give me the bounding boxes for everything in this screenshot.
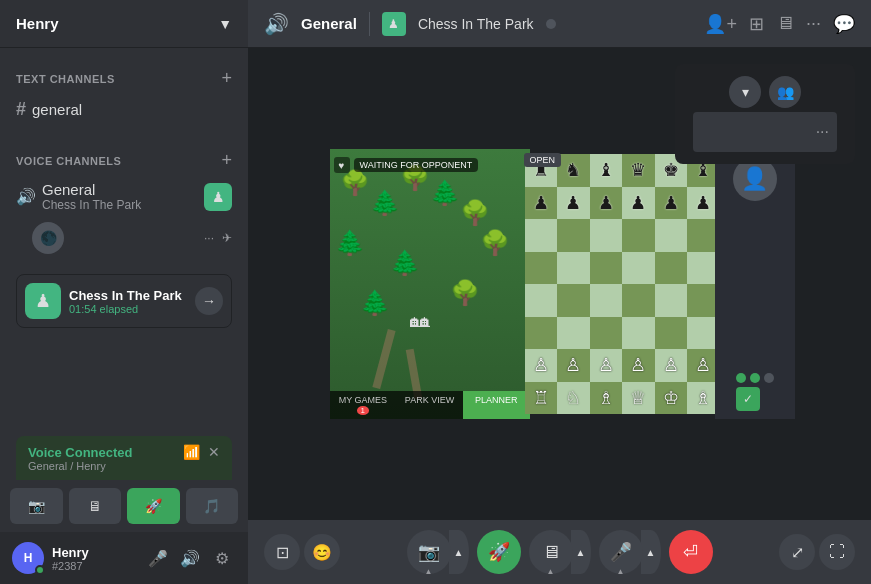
chess-cell-2-2[interactable] [590, 219, 623, 252]
chess-cell-5-2[interactable] [590, 317, 623, 350]
chess-cell-6-1[interactable]: ♙ [557, 349, 590, 382]
chess-cell-3-4[interactable] [655, 252, 688, 285]
mic-side-button[interactable]: ▲ [641, 530, 661, 574]
game-park-view: 🌳 🌲 🌳 🌲 🌲 🌳 🌲 🌳 🌲 🌳 🏘 [330, 149, 530, 419]
chess-cell-1-1[interactable]: ♟ [557, 187, 590, 220]
chess-cell-0-1[interactable]: ♞ [557, 154, 590, 187]
open-label[interactable]: OPEN [524, 153, 562, 167]
fullscreen-button[interactable]: ⛶ [819, 534, 855, 570]
chess-cell-1-4[interactable]: ♟ [655, 187, 688, 220]
emoji-button[interactable]: 😊 [304, 534, 340, 570]
voice-channel-general[interactable]: 🔊 General Chess In The Park ♟ [8, 176, 240, 217]
invite-icon[interactable]: ✈ [222, 231, 232, 245]
green-dot-2 [750, 373, 760, 383]
add-text-channel-icon[interactable]: + [221, 68, 232, 89]
topbar-speaker-icon: 🔊 [264, 12, 289, 36]
tree-5: 🌲 [335, 229, 365, 257]
add-friend-icon[interactable]: 👤+ [704, 13, 737, 35]
screen-share-left-button[interactable]: ⊡ [264, 534, 300, 570]
chess-cell-3-3[interactable] [622, 252, 655, 285]
chess-cell-6-0[interactable]: ♙ [525, 349, 558, 382]
chess-cell-3-0[interactable] [525, 252, 558, 285]
chess-cell-6-2[interactable]: ♙ [590, 349, 623, 382]
members-icon-button[interactable]: 👥 [769, 76, 801, 108]
text-channels-header[interactable]: TEXT CHANNELS + [8, 64, 240, 93]
add-voice-channel-icon[interactable]: + [221, 150, 232, 171]
camera-button[interactable]: 📷 ▲ [407, 530, 451, 574]
chess-cell-7-1[interactable]: ♘ [557, 382, 590, 415]
heart-icon: ♥ [334, 157, 350, 173]
server-header[interactable]: Henry ▼ [0, 0, 248, 48]
chess-cell-5-1[interactable] [557, 317, 590, 350]
chess-cell-0-2[interactable]: ♝ [590, 154, 623, 187]
chess-cell-1-2[interactable]: ♟ [590, 187, 623, 220]
chess-cell-7-3[interactable]: ♕ [622, 382, 655, 415]
chess-cell-5-0[interactable] [525, 317, 558, 350]
mute-headset-button[interactable]: 🔊 [176, 544, 204, 572]
chess-cell-6-3[interactable]: ♙ [622, 349, 655, 382]
mute-mic-button[interactable]: 🎤 [144, 544, 172, 572]
chess-cell-7-4[interactable]: ♔ [655, 382, 688, 415]
chess-cell-4-4[interactable] [655, 284, 688, 317]
mic-button[interactable]: 🎤 ▲ [599, 530, 643, 574]
chess-cell-3-1[interactable] [557, 252, 590, 285]
chess-cell-5-3[interactable] [622, 317, 655, 350]
park-view-tab[interactable]: PARK VIEW [396, 391, 463, 419]
chess-cell-6-4[interactable]: ♙ [655, 349, 688, 382]
chess-cell-5-4[interactable] [655, 317, 688, 350]
chess-cell-4-1[interactable] [557, 284, 590, 317]
screen-activity-button[interactable]: 🖥 [69, 488, 122, 524]
park-visual: 🌳 🌲 🌳 🌲 🌲 🌳 🌲 🌳 🌲 🌳 🏘 [330, 149, 530, 419]
end-call-button[interactable]: ⏎ [669, 530, 713, 574]
my-games-tab[interactable]: MY GAMES 1 [330, 391, 397, 419]
topbar-channel-name: General [301, 15, 357, 32]
tree-9: 🌲 [360, 289, 390, 317]
more-options-icon[interactable]: ··· [806, 13, 821, 34]
activity-rocket-button[interactable]: 🚀 [477, 530, 521, 574]
tree-4: 🌲 [430, 179, 460, 207]
chess-cell-7-2[interactable]: ♗ [590, 382, 623, 415]
activity-elapsed: 01:54 elapsed [69, 303, 187, 315]
collapse-video-button[interactable]: ▾ [729, 76, 761, 108]
hash-icon: # [16, 99, 26, 120]
chess-cell-1-0[interactable]: ♟ [525, 187, 558, 220]
topbar-game-name: Chess In The Park [418, 16, 534, 32]
chess-cell-2-4[interactable] [655, 219, 688, 252]
voice-channels-header[interactable]: VOICE CHANNELS + [8, 146, 240, 175]
more-icon[interactable]: ··· [204, 231, 214, 245]
screenshare-side-button[interactable]: ▲ [571, 530, 591, 574]
chess-cell-4-0[interactable] [525, 284, 558, 317]
more-dots-btn[interactable]: ··· [816, 123, 829, 141]
tree-10: 🌳 [450, 279, 480, 307]
chess-cell-1-3[interactable]: ♟ [622, 187, 655, 220]
user-bar: H Henry #2387 🎤 🔊 ⚙ [0, 532, 248, 584]
chess-cell-3-2[interactable] [590, 252, 623, 285]
chess-cell-2-0[interactable] [525, 219, 558, 252]
voice-disconnect-icon[interactable]: ✕ [208, 444, 220, 460]
tree-7: 🌲 [390, 249, 420, 277]
green-dot-1 [736, 373, 746, 383]
rocket-activity-button[interactable]: 🚀 [127, 488, 180, 524]
chess-cell-2-3[interactable] [622, 219, 655, 252]
activity-join-button[interactable]: → [195, 287, 223, 315]
inbox-icon[interactable]: 💬 [833, 13, 855, 35]
camera-activity-button[interactable]: 📷 [10, 488, 63, 524]
chess-cell-2-1[interactable] [557, 219, 590, 252]
chess-cell-4-2[interactable] [590, 284, 623, 317]
screen-icon[interactable]: 🖥 [776, 13, 794, 34]
text-channels-label: TEXT CHANNELS [16, 73, 115, 85]
chess-cell-0-3[interactable]: ♛ [622, 154, 655, 187]
music-activity-button[interactable]: 🎵 [186, 488, 239, 524]
screenshare-button[interactable]: 🖥 ▲ [529, 530, 573, 574]
chess-cell-4-3[interactable] [622, 284, 655, 317]
expand-button[interactable]: ⤢ [779, 534, 815, 570]
tree-8: 🌳 [480, 229, 510, 257]
chess-cell-7-0[interactable]: ♖ [525, 382, 558, 415]
topbar: 🔊 General ♟ Chess In The Park 👤+ ⊞ 🖥 ···… [248, 0, 871, 48]
user-settings-button[interactable]: ⚙ [208, 544, 236, 572]
main-content: 🔊 General ♟ Chess In The Park 👤+ ⊞ 🖥 ···… [248, 0, 871, 584]
camera-side-button[interactable]: ▲ [449, 530, 469, 574]
channel-general[interactable]: # general [8, 94, 240, 125]
grid-icon[interactable]: ⊞ [749, 13, 764, 35]
green-action-button[interactable]: ✓ [736, 387, 760, 411]
